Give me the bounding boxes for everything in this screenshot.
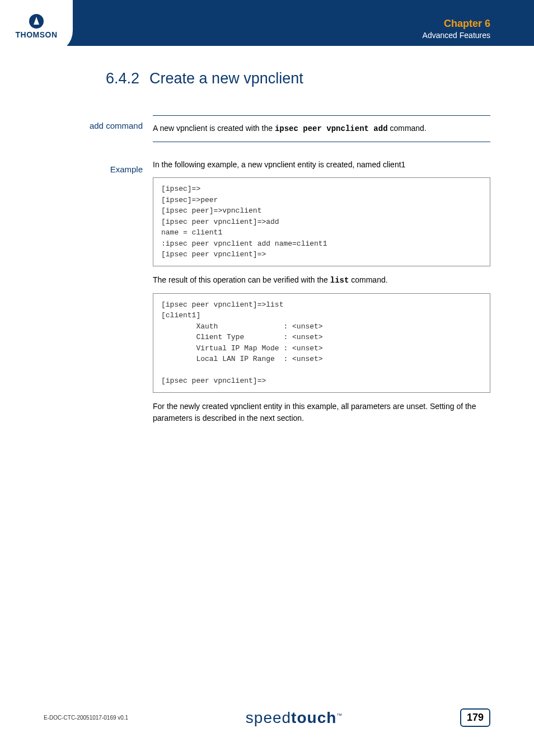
- result-after: command.: [349, 275, 387, 284]
- side-label-add-command: add command: [44, 115, 153, 149]
- block-example: Example In the following example, a new …: [44, 159, 490, 431]
- thomson-logo-text: THOMSON: [15, 30, 57, 39]
- header-content: Chapter 6 Advanced Features: [423, 18, 490, 40]
- example-intro: In the following example, a new vpnclien…: [153, 159, 490, 171]
- main-col-add-command: A new vpnclient is created with the ipse…: [153, 115, 490, 149]
- block-add-command: add command A new vpnclient is created w…: [44, 115, 490, 149]
- chapter-subtitle: Advanced Features: [423, 31, 490, 40]
- text-before: A new vpnclient is created with the: [153, 124, 275, 133]
- section-title-row: 6.4.2 Create a new vpnclient: [106, 70, 490, 87]
- chapter-label: Chapter 6: [423, 18, 490, 30]
- code-box-2: [ipsec peer vpnclient]=>list [client1] X…: [153, 293, 490, 393]
- code-box-1: [ipsec]=> [ipsec]=>peer [ipsec peer]=>vp…: [153, 177, 490, 266]
- brand-bold: touch: [291, 709, 336, 726]
- brand-light: speed: [246, 709, 291, 726]
- speedtouch-logo: speedtouch™: [246, 709, 343, 727]
- result-before: The result of this operation can be veri…: [153, 275, 330, 284]
- result-text: The result of this operation can be veri…: [153, 274, 490, 287]
- page-number: 179: [460, 708, 490, 727]
- add-command-code: ipsec peer vpnclient add: [275, 124, 388, 133]
- section-number: 6.4.2: [106, 70, 139, 87]
- section-title: Create a new vpnclient: [149, 70, 303, 87]
- logo-box: THOMSON: [0, 0, 73, 53]
- text-after: command.: [388, 124, 427, 133]
- add-command-text: A new vpnclient is created with the ipse…: [153, 123, 490, 135]
- divider: [153, 142, 490, 142]
- doc-id: E-DOC-CTC-20051017-0169 v0.1: [44, 715, 128, 721]
- side-label-example: Example: [44, 159, 153, 431]
- result-cmd: list: [330, 276, 349, 285]
- main-col-example: In the following example, a new vpnclien…: [153, 159, 490, 431]
- header-bar: Chapter 6 Advanced Features: [0, 0, 534, 46]
- content-area: 6.4.2 Create a new vpnclient add command…: [44, 70, 490, 441]
- closing-text: For the newly created vpnclient entity i…: [153, 401, 490, 424]
- brand-tm: ™: [336, 712, 343, 718]
- divider: [153, 115, 490, 116]
- footer: E-DOC-CTC-20051017-0169 v0.1 speedtouch™…: [44, 708, 490, 727]
- thomson-logo-icon: [29, 14, 44, 29]
